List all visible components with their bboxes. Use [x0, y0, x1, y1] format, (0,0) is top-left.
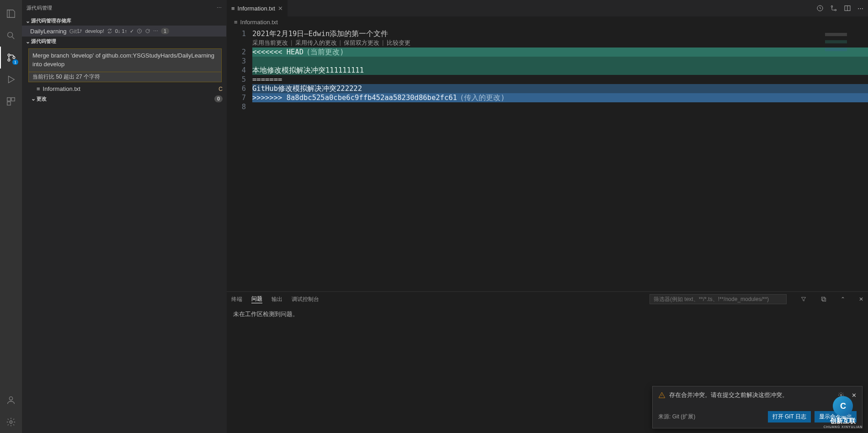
chevron-up-icon[interactable]: ⌃ — [841, 296, 845, 302]
branch-icon[interactable] — [77, 28, 82, 34]
editor-tabs: ≡ Information.txt ✕ ⋯ — [227, 0, 868, 16]
open-git-log-button[interactable]: 打开 GIT 日志 — [768, 411, 811, 422]
gear-icon[interactable] — [838, 392, 844, 398]
file-icon: ≡ — [231, 5, 235, 12]
tab-information[interactable]: ≡ Information.txt ✕ — [227, 0, 288, 16]
toast-source: 来源: Git (扩展) — [658, 413, 695, 421]
line-6: GitHub修改模拟解决冲突222222 — [252, 84, 868, 93]
line-3 — [252, 57, 868, 66]
panel-tabs: 终端 问题 输出 调试控制台 ⌃ ✕ — [227, 292, 868, 306]
source-control-icon[interactable]: 1 — [0, 47, 22, 69]
gear-icon[interactable] — [0, 411, 22, 433]
more-icon[interactable]: ⋯ — [217, 5, 222, 11]
repo-row[interactable]: DailyLearning Git develop! 0↓ 1↑ ✓ ⋯ 1 — [22, 26, 226, 37]
branch-name[interactable]: develop! — [85, 28, 104, 34]
changes-header[interactable]: ⌄ 更改 0 — [22, 94, 226, 104]
svg-point-11 — [80, 30, 82, 31]
sync-icon[interactable] — [107, 28, 112, 34]
tab-debug[interactable]: 调试控制台 — [292, 296, 319, 303]
tab-problems[interactable]: 问题 — [251, 295, 262, 303]
svg-point-10 — [78, 32, 79, 33]
problems-empty: 未在工作区检测到问题。 — [233, 311, 298, 317]
filter-input[interactable] — [650, 294, 787, 304]
chevron-down-icon: ⌄ — [25, 38, 31, 45]
more-icon[interactable]: ⋯ — [153, 28, 158, 34]
activity-bar: 1 — [0, 0, 22, 433]
merge-file-name: Information.txt — [43, 85, 80, 92]
accept-incoming[interactable]: 采用传入的更改 — [295, 38, 337, 48]
breadcrumb[interactable]: ≡ Information.txt — [227, 16, 868, 27]
file-icon: ≡ — [234, 19, 238, 26]
section-repos-header[interactable]: ⌄ 源代码管理存储库 — [22, 16, 226, 26]
section-scm-header[interactable]: ⌄ 源代码管理 — [22, 37, 226, 46]
changes-label: 更改 — [37, 95, 47, 102]
filter-icon[interactable] — [800, 296, 807, 302]
repo-change-count: 1 — [161, 28, 169, 34]
sidebar-title-row: 源代码管理 ⋯ — [22, 0, 226, 16]
commit-length-warning: 当前行比 50 超出 27 个字符 — [28, 72, 222, 82]
history-icon[interactable] — [137, 28, 142, 34]
gutter: 12345678 — [227, 27, 252, 291]
svg-point-3 — [13, 57, 15, 59]
run-icon[interactable] — [0, 69, 22, 90]
commit-message-text: Merge branch 'develop' of github.com:YSG… — [32, 52, 214, 68]
line-7: >>>>>>> 8a8dbc525a0cbe6c9ffb452aa58230d8… — [252, 93, 868, 102]
chevron-down-icon: ⌄ — [30, 95, 37, 102]
merge-actions: 采用当前更改| 采用传入的更改| 保留双方更改| 比较变更 — [252, 38, 868, 48]
explorer-icon[interactable] — [0, 3, 22, 25]
scm-badge: 1 — [12, 59, 18, 65]
repo-tools: develop! 0↓ 1↑ ✓ ⋯ 1 — [77, 28, 169, 34]
close-icon[interactable]: ✕ — [859, 296, 863, 302]
svg-point-0 — [8, 32, 13, 37]
line-4: 本地修改模拟解决冲突111111111 — [252, 66, 868, 75]
search-icon[interactable] — [0, 25, 22, 47]
chevron-down-icon: ⌄ — [25, 18, 31, 24]
svg-point-7 — [9, 397, 12, 400]
merge-conflict-toast: 存在合并冲突。请在提交之前解决这些冲突。 ✕ 来源: Git (扩展) 打开 G… — [652, 386, 863, 428]
main-area: ≡ Information.txt ✕ ⋯ ≡ Information.txt … — [227, 0, 868, 433]
compare-changes[interactable]: 比较变更 — [387, 38, 410, 48]
svg-point-19 — [840, 394, 842, 396]
merge-file-row[interactable]: ≡ Information.txt C — [22, 84, 226, 94]
breadcrumb-item: Information.txt — [240, 19, 278, 26]
close-icon[interactable]: ✕ — [852, 392, 857, 399]
file-icon: ≡ — [37, 85, 40, 92]
line-1: 2021年2月19日—Edwin添加的第一个文件 — [252, 29, 388, 38]
timeline-icon[interactable] — [816, 5, 824, 12]
svg-rect-5 — [11, 98, 15, 101]
tab-output[interactable]: 输出 — [272, 296, 282, 303]
code-area[interactable]: 2021年2月19日—Edwin添加的第一个文件 采用当前更改| 采用传入的更改… — [252, 27, 868, 291]
compare-icon[interactable] — [830, 5, 837, 12]
sidebar-title: 源代码管理 — [27, 5, 53, 11]
sync-text: 0↓ 1↑ — [115, 28, 127, 34]
svg-point-9 — [78, 29, 79, 31]
svg-rect-4 — [7, 98, 11, 101]
svg-rect-6 — [7, 102, 11, 105]
refresh-icon[interactable] — [145, 28, 150, 34]
scm-sidebar: 源代码管理 ⋯ ⌄ 源代码管理存储库 DailyLearning Git dev… — [22, 0, 227, 433]
line-5: ======= — [252, 75, 868, 84]
section-scm-label: 源代码管理 — [31, 38, 56, 45]
minimap[interactable] — [825, 29, 862, 84]
line-8 — [252, 102, 868, 111]
svg-point-1 — [8, 54, 10, 56]
section-repos-label: 源代码管理存储库 — [31, 17, 71, 24]
extensions-icon[interactable] — [0, 90, 22, 112]
svg-point-14 — [831, 5, 832, 7]
editor[interactable]: 12345678 2021年2月19日—Edwin添加的第一个文件 采用当前更改… — [227, 27, 868, 291]
split-icon[interactable] — [844, 5, 851, 12]
account-icon[interactable] — [0, 389, 22, 411]
close-icon[interactable]: ✕ — [278, 5, 283, 12]
more-icon[interactable]: ⋯ — [857, 5, 863, 12]
check-icon[interactable]: ✓ — [130, 28, 134, 34]
svg-rect-18 — [821, 297, 825, 300]
copy-icon[interactable] — [820, 296, 827, 302]
repo-name: DailyLearning — [30, 28, 67, 35]
editor-actions: ⋯ — [812, 5, 868, 12]
accept-both[interactable]: 保留双方更改 — [344, 38, 379, 48]
tab-terminal[interactable]: 终端 — [231, 296, 242, 303]
accept-current[interactable]: 采用当前更改 — [252, 38, 288, 48]
show-command-output-button[interactable]: 显示命令输出 — [815, 411, 857, 422]
commit-message-input[interactable]: Merge branch 'develop' of github.com:YSG… — [28, 48, 222, 72]
toast-message: 存在合并冲突。请在提交之前解决这些冲突。 — [669, 391, 788, 399]
